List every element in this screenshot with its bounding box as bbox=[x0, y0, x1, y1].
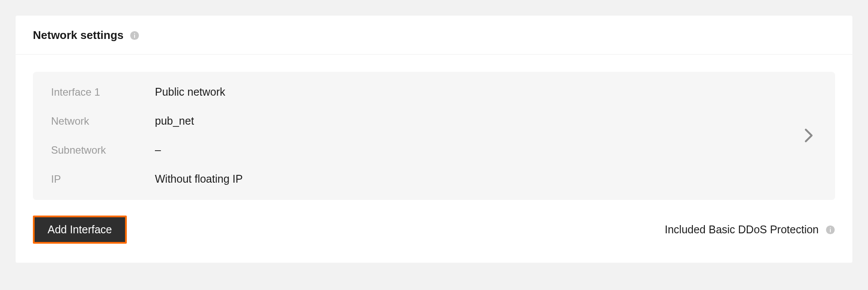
actions-row: Add Interface Included Basic DDoS Protec… bbox=[16, 200, 852, 244]
interface-block[interactable]: Interface 1 Public network Network pub_n… bbox=[33, 72, 835, 200]
card-body: Interface 1 Public network Network pub_n… bbox=[16, 55, 852, 200]
interface-kv-grid: Interface 1 Public network Network pub_n… bbox=[51, 86, 794, 185]
subnetwork-label: Subnetwork bbox=[51, 144, 155, 156]
network-settings-card: Network settings Interface 1 Public netw… bbox=[16, 16, 852, 263]
svg-rect-2 bbox=[134, 33, 135, 34]
svg-rect-5 bbox=[830, 227, 831, 228]
page-root: Network settings Interface 1 Public netw… bbox=[0, 0, 868, 278]
ip-label: IP bbox=[51, 173, 155, 185]
network-label: Network bbox=[51, 115, 155, 127]
network-value: pub_net bbox=[155, 115, 794, 127]
info-icon[interactable] bbox=[130, 31, 139, 40]
svg-rect-1 bbox=[134, 35, 135, 38]
section-title: Network settings bbox=[33, 29, 124, 42]
ddos-info: Included Basic DDoS Protection bbox=[665, 223, 835, 236]
card-header: Network settings bbox=[16, 16, 852, 55]
subnetwork-value: – bbox=[155, 144, 794, 156]
ddos-text: Included Basic DDoS Protection bbox=[665, 223, 819, 236]
interface-title-label: Interface 1 bbox=[51, 86, 155, 98]
ip-value: Without floating IP bbox=[155, 173, 794, 185]
interface-title-value: Public network bbox=[155, 86, 794, 98]
svg-rect-4 bbox=[830, 229, 831, 232]
add-interface-button[interactable]: Add Interface bbox=[33, 216, 127, 244]
chevron-right-icon[interactable] bbox=[804, 128, 817, 143]
info-icon[interactable] bbox=[826, 225, 835, 235]
